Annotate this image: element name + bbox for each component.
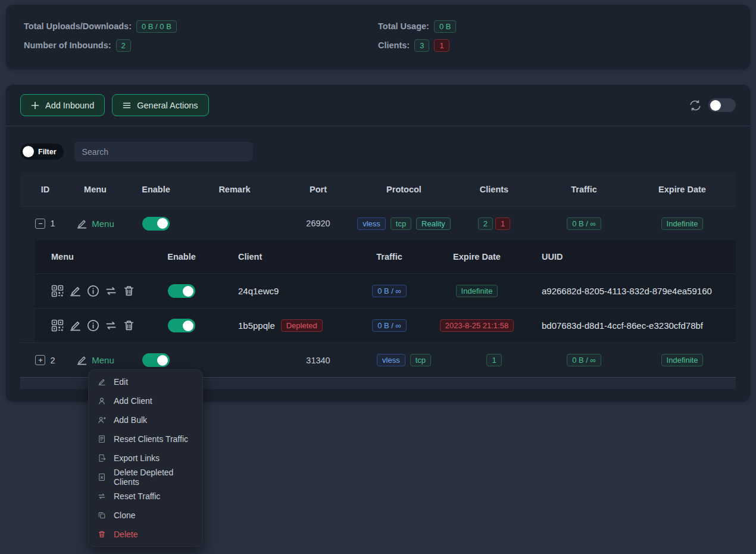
general-actions-label: General Actions (137, 101, 198, 110)
menu-item-label: Reset Clients Traffic (114, 434, 188, 444)
reset-traffic-icon[interactable] (105, 285, 117, 297)
cell-menu: Menu (70, 218, 120, 229)
menu-item-label: Delete (114, 530, 138, 539)
header-enable: Enable (142, 252, 221, 262)
expire-badge: Indefinite (661, 217, 704, 230)
filter-label: Filter (38, 148, 57, 156)
menu-item-reset-clients-traffic[interactable]: Reset Clients Traffic (89, 429, 202, 449)
header-id: ID (20, 185, 70, 194)
info-icon[interactable] (87, 285, 99, 297)
stat-clients: Clients: 3 1 (378, 39, 732, 52)
menu-item-clone[interactable]: Clone (89, 506, 202, 525)
cell-expire-date: Indefinite (629, 354, 736, 366)
uploads-downloads-badge: 0 B / 0 B (136, 20, 177, 33)
user-plus-icon (98, 416, 106, 424)
clients-depleted-badge: 1 (434, 39, 449, 52)
file-x-icon (98, 473, 106, 481)
cell-protocol: vless tcp Reality (359, 217, 449, 230)
info-icon[interactable] (87, 319, 99, 332)
protocol-tag: vless (377, 354, 405, 366)
toggle-knob (710, 100, 721, 111)
cell-uuid: a926682d-8205-4113-832d-879e4ea59160 (526, 286, 736, 296)
auto-refresh-toggle[interactable] (708, 98, 736, 112)
client-enable-toggle[interactable] (168, 319, 195, 332)
traffic-badge: 0 B / ∞ (567, 354, 601, 366)
delete-icon[interactable] (123, 285, 135, 297)
header-traffic: Traffic (351, 252, 428, 262)
client-name-text: 1b5ppqle (238, 320, 275, 331)
menu-item-export-links[interactable]: Export Links (89, 449, 202, 468)
toggle-knob (183, 320, 193, 331)
menu-item-edit[interactable]: Edit (89, 372, 202, 391)
inbound-enable-toggle[interactable] (142, 217, 170, 231)
stat-label: Total Uploads/Downloads: (24, 21, 132, 31)
client-name: 1b5ppqle Depleted (238, 319, 323, 332)
inbound-menu-button[interactable]: Menu (76, 218, 114, 229)
menu-item-label: Export Links (114, 453, 160, 463)
filter-toggle[interactable]: Filter (20, 144, 64, 160)
loop-icon (98, 492, 106, 500)
header-client: Client (221, 252, 351, 262)
cell-port: 31340 (277, 356, 359, 365)
cell-traffic: 0 B / ∞ (351, 319, 428, 332)
qr-code-icon[interactable] (51, 319, 64, 332)
depleted-badge: Depleted (281, 319, 323, 332)
menu-item-label: Clone (114, 511, 136, 520)
inbounds-panel: Add Inbound General Actions Filter ID M (6, 85, 750, 402)
header-protocol: Protocol (359, 185, 449, 194)
edit-icon[interactable] (69, 285, 82, 297)
menu-item-delete[interactable]: Delete (89, 525, 202, 544)
cell-uuid: bd07683d-d8d1-4ccf-86ec-e3230cfd78bf (526, 320, 736, 331)
header-remark: Remark (192, 185, 277, 194)
menu-bars-icon (123, 101, 131, 110)
stat-label: Number of Inbounds: (24, 41, 111, 50)
qr-code-icon[interactable] (51, 285, 64, 297)
stat-label: Total Usage: (378, 21, 429, 31)
clients-header-row: Menu Enable Client Traffic Expire Date U… (35, 240, 736, 273)
protocol-tag: vless (357, 217, 386, 230)
refresh-icon[interactable] (689, 99, 701, 111)
inbound-enable-toggle[interactable] (142, 353, 170, 367)
menu-item-label: Add Bulk (114, 415, 147, 425)
cell-expire-date: Indefinite (428, 285, 526, 297)
add-inbound-button[interactable]: Add Inbound (20, 94, 105, 116)
menu-item-reset-traffic[interactable]: Reset Traffic (89, 487, 202, 506)
cell-enable (120, 353, 192, 367)
stat-total-uploads-downloads: Total Uploads/Downloads: 0 B / 0 B (24, 20, 378, 33)
edit-icon[interactable] (69, 319, 82, 332)
trash-icon (98, 530, 106, 539)
clients-active-badge: 2 (478, 217, 493, 230)
search-input[interactable] (74, 142, 253, 161)
general-actions-button[interactable]: General Actions (112, 94, 208, 116)
expire-badge: Indefinite (456, 285, 498, 297)
inbounds-table: ID Menu Enable Remark Port Protocol Clie… (20, 173, 736, 389)
header-port: Port (277, 185, 359, 194)
edit-icon (98, 378, 106, 386)
inbounds-count-badge: 2 (116, 39, 131, 52)
cell-menu (35, 285, 142, 297)
cell-menu: Menu (70, 354, 120, 366)
cell-port: 26920 (277, 219, 359, 228)
traffic-badge: 0 B / ∞ (372, 285, 407, 297)
client-enable-toggle[interactable] (168, 284, 195, 298)
add-inbound-label: Add Inbound (45, 101, 94, 110)
protocol-tag: Reality (416, 217, 451, 230)
reset-traffic-icon[interactable] (105, 319, 117, 332)
menu-item-add-bulk[interactable]: Add Bulk (89, 410, 202, 429)
protocol-tag: tcp (391, 217, 411, 230)
port-value: 31340 (306, 356, 330, 365)
toggle-knob (183, 286, 193, 297)
menu-item-delete-depleted-clients[interactable]: Delete Depleted Clients (89, 468, 202, 487)
menu-label: Menu (92, 355, 114, 365)
header-expire-date: Expire Date (428, 252, 526, 262)
inbound-context-menu: Edit Add Client Add Bulk Reset Clients T… (88, 369, 203, 547)
total-usage-badge: 0 B (434, 20, 457, 33)
cell-enable (120, 217, 192, 231)
client-uuid: bd07683d-d8d1-4ccf-86ec-e3230cfd78bf (542, 320, 703, 331)
expand-row-button[interactable]: + (35, 355, 45, 365)
inbound-menu-button[interactable]: Menu (76, 354, 114, 366)
delete-icon[interactable] (123, 319, 135, 332)
menu-item-add-client[interactable]: Add Client (89, 391, 202, 410)
stats-panel: Total Uploads/Downloads: 0 B / 0 B Total… (6, 5, 750, 69)
collapse-row-button[interactable]: − (35, 219, 45, 229)
